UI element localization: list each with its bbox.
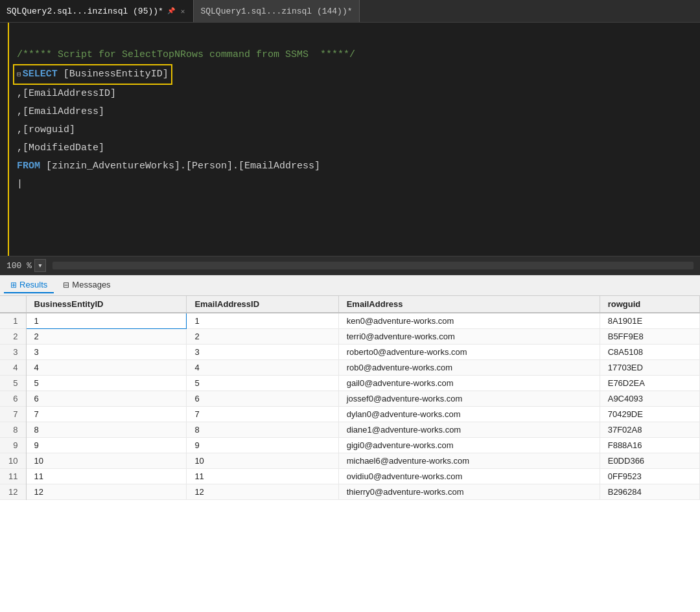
cell-11-3: thierry0@adventure-works.com <box>338 484 600 500</box>
cell-9-4: E0DD366 <box>600 453 699 469</box>
cell-11-1: 12 <box>26 484 187 500</box>
field-rowguid: ,[rowguid] <box>17 124 75 135</box>
row-number: 1 <box>0 313 26 329</box>
cell-4-1: 5 <box>26 376 187 391</box>
tab-query2-label: SQLQuery2.sql...inzinsql (95))* <box>6 6 163 16</box>
tab-bar: SQLQuery2.sql...inzinsql (95))* 📌 ✕ SQLQ… <box>0 0 700 23</box>
results-panel: ⊞ Results ⊟ Messages BusinessEntityID Em… <box>0 275 700 612</box>
table-row: 111ken0@adventure-works.com8A1901E <box>0 313 700 329</box>
results-tabs: ⊞ Results ⊟ Messages <box>0 275 700 296</box>
cell-6-4: 70429DE <box>600 407 699 422</box>
expand-icon: ⊟ <box>17 71 21 78</box>
from-table: [zinzin_AdventureWorks].[Person].[EmailA… <box>46 161 320 172</box>
cell-8-1: 9 <box>26 438 187 453</box>
row-number: 11 <box>0 469 26 484</box>
col-emailaddress: EmailAddress <box>338 296 600 313</box>
cell-4-4: E76D2EA <box>600 376 699 391</box>
table-row: 999gigi0@adventure-works.comF888A16 <box>0 438 700 453</box>
row-number: 2 <box>0 329 26 345</box>
cell-0-2: 1 <box>187 313 338 329</box>
cell-3-4: 17703ED <box>600 360 699 376</box>
pin-icon: 📌 <box>167 7 175 15</box>
cell-11-2: 12 <box>187 484 338 500</box>
tab-messages[interactable]: ⊟ Messages <box>56 277 117 293</box>
tab-query2-close[interactable]: ✕ <box>179 6 187 16</box>
cell-10-4: 0FF9523 <box>600 469 699 484</box>
data-table-wrapper[interactable]: BusinessEntityID EmailAddressID EmailAdd… <box>0 296 700 612</box>
table-row: 444rob0@adventure-works.com17703ED <box>0 360 700 376</box>
cell-0-1: 1 <box>26 313 187 329</box>
cell-5-2: 6 <box>187 391 338 407</box>
cell-8-3: gigi0@adventure-works.com <box>338 438 600 453</box>
table-row: 222terri0@adventure-works.comB5FF9E8 <box>0 329 700 345</box>
cell-1-3: terri0@adventure-works.com <box>338 329 600 345</box>
cell-2-4: C8A5108 <box>600 345 699 360</box>
table-row: 666jossef0@adventure-works.comA9C4093 <box>0 391 700 407</box>
scroll-track[interactable] <box>52 262 694 269</box>
cell-10-3: ovidiu0@adventure-works.com <box>338 469 600 484</box>
zoom-label: 100 % <box>6 261 32 271</box>
cursor-line: | <box>17 179 23 190</box>
field-emailaddressid: ,[EmailAddressID] <box>17 88 116 99</box>
cell-6-1: 7 <box>26 407 187 422</box>
select-field1: [BusinessEntityID] <box>64 69 169 80</box>
results-table: BusinessEntityID EmailAddressID EmailAdd… <box>0 296 700 500</box>
table-row: 333roberto0@adventure-works.comC8A5108 <box>0 345 700 360</box>
select-highlight: ⊟SELECT [BusinessEntityID] <box>13 64 172 85</box>
cell-5-4: A9C4093 <box>600 391 699 407</box>
cell-2-3: roberto0@adventure-works.com <box>338 345 600 360</box>
cell-11-4: B296284 <box>600 484 699 500</box>
row-number: 9 <box>0 438 26 453</box>
table-header-row: BusinessEntityID EmailAddressID EmailAdd… <box>0 296 700 313</box>
cell-10-2: 11 <box>187 469 338 484</box>
table-row: 111111ovidiu0@adventure-works.com0FF9523 <box>0 469 700 484</box>
row-number: 7 <box>0 407 26 422</box>
select-keyword: SELECT <box>23 69 58 80</box>
cell-6-2: 7 <box>187 407 338 422</box>
tab-results[interactable]: ⊞ Results <box>4 277 54 293</box>
tab-query2[interactable]: SQLQuery2.sql...inzinsql (95))* 📌 ✕ <box>0 0 194 22</box>
field-modifieddate: ,[ModifiedDate] <box>17 142 104 153</box>
row-number: 3 <box>0 345 26 360</box>
line-gutter <box>0 23 9 256</box>
from-keyword: FROM <box>17 161 40 172</box>
row-number: 10 <box>0 453 26 469</box>
results-icon: ⊞ <box>10 280 17 289</box>
cell-3-1: 4 <box>26 360 187 376</box>
col-row-num <box>0 296 26 313</box>
code-content[interactable]: /***** Script for SelectTopNRows command… <box>9 23 700 256</box>
row-number: 5 <box>0 376 26 391</box>
cell-9-1: 10 <box>26 453 187 469</box>
cell-9-3: michael6@adventure-works.com <box>338 453 600 469</box>
editor-area: /***** Script for SelectTopNRows command… <box>0 23 700 256</box>
cell-1-4: B5FF9E8 <box>600 329 699 345</box>
cell-2-2: 3 <box>187 345 338 360</box>
cell-5-3: jossef0@adventure-works.com <box>338 391 600 407</box>
cell-1-2: 2 <box>187 329 338 345</box>
results-label: Results <box>19 280 47 289</box>
tab-query1[interactable]: SQLQuery1.sql...zinsql (144))* <box>194 0 359 22</box>
tab-query1-label: SQLQuery1.sql...zinsql (144))* <box>200 6 352 16</box>
table-row: 101010michael6@adventure-works.comE0DD36… <box>0 453 700 469</box>
cell-0-4: 8A1901E <box>600 313 699 329</box>
cell-6-3: dylan0@adventure-works.com <box>338 407 600 422</box>
row-number: 8 <box>0 422 26 438</box>
comment-line: /***** Script for SelectTopNRows command… <box>17 49 355 60</box>
cell-10-1: 11 <box>26 469 187 484</box>
cell-8-4: F888A16 <box>600 438 699 453</box>
cell-7-4: 37F02A8 <box>600 422 699 438</box>
cell-4-2: 5 <box>187 376 338 391</box>
zoom-dropdown[interactable]: ▾ <box>34 259 46 272</box>
cell-2-1: 3 <box>26 345 187 360</box>
row-number: 6 <box>0 391 26 407</box>
cell-1-1: 2 <box>26 329 187 345</box>
cell-8-2: 9 <box>187 438 338 453</box>
col-emailaddressid: EmailAddressID <box>187 296 338 313</box>
col-businessentityid: BusinessEntityID <box>26 296 187 313</box>
cell-5-1: 6 <box>26 391 187 407</box>
row-number: 12 <box>0 484 26 500</box>
table-row: 888diane1@adventure-works.com37F02A8 <box>0 422 700 438</box>
row-number: 4 <box>0 360 26 376</box>
messages-icon: ⊟ <box>63 280 69 289</box>
cell-0-3: ken0@adventure-works.com <box>338 313 600 329</box>
